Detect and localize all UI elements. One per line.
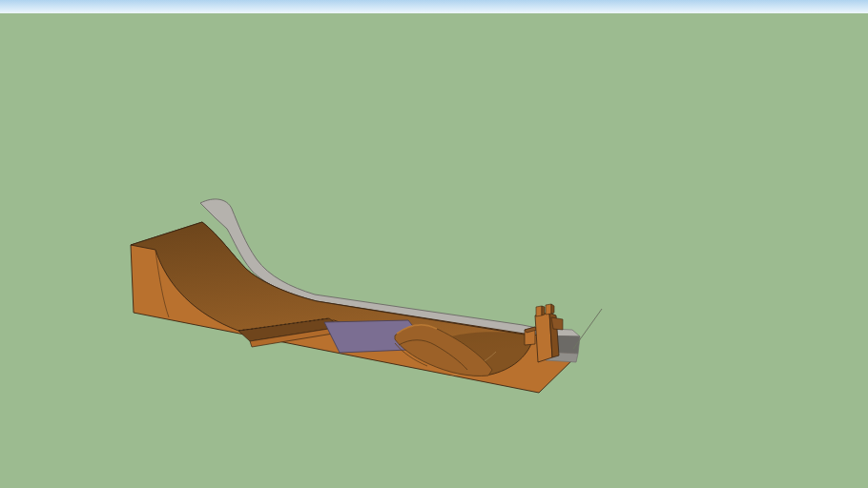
ground-plane: [0, 13, 868, 488]
tower-crenel-2: [546, 304, 551, 315]
tower-crenel-1-side: [542, 306, 545, 315]
viewer-window: [0, 0, 868, 488]
tower-crenel-1: [536, 306, 542, 316]
tower-crenel-2-side: [551, 304, 554, 314]
tower-right-block: [551, 317, 563, 330]
viewport-3d[interactable]: [0, 0, 868, 488]
sky: [0, 0, 868, 14]
